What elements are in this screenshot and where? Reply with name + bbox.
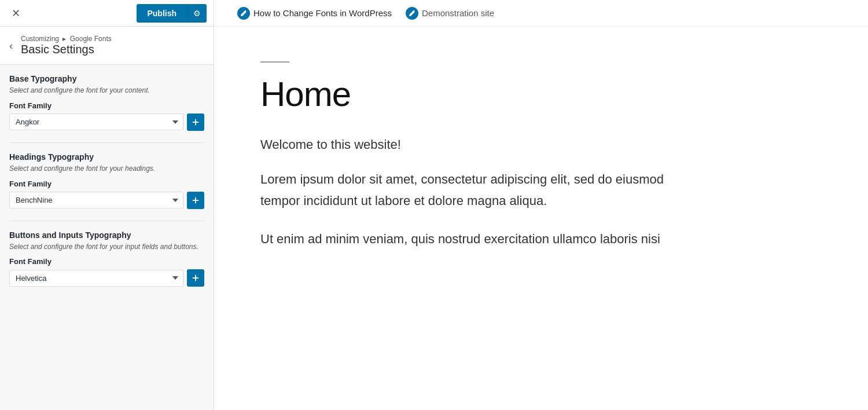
base-typography-title: Base Typography (9, 74, 204, 83)
edit-icon-2 (406, 7, 418, 20)
preview-header: How to Change Fonts in WordPress Demonst… (214, 0, 868, 27)
buttons-inputs-desc: Select and configure the font for your i… (9, 242, 204, 252)
headings-typography-desc: Select and configure the font for your h… (9, 164, 204, 174)
breadcrumb-sep: ▸ (62, 35, 66, 43)
settings-content: Base Typography Select and configure the… (0, 65, 214, 410)
top-bar: ✕ Publish ⚙ (0, 0, 214, 27)
svg-rect-3 (193, 200, 199, 201)
base-font-select[interactable]: Angkor Arial Georgia Helvetica Roboto Op… (9, 114, 183, 130)
sidebar: ✕ Publish ⚙ ‹ Customizing ▸ Google Fonts… (0, 0, 214, 410)
buttons-inputs-section: Buttons and Inputs Typography Select and… (9, 230, 204, 287)
preview-body-text-2: Ut enim ad minim veniam, quis nostrud ex… (260, 228, 689, 250)
buttons-font-plus-button[interactable] (187, 269, 204, 287)
breadcrumb-part1: Customizing (21, 35, 59, 43)
preview-content: Home Welcome to this website! Lorem ipsu… (214, 27, 735, 284)
preview-link-1[interactable]: How to Change Fonts in WordPress (237, 7, 392, 20)
headings-typography-section: Headings Typography Select and configure… (9, 152, 204, 209)
buttons-font-select[interactable]: Helvetica Arial Georgia Roboto Open Sans (9, 270, 183, 287)
publish-area: Publish ⚙ (137, 4, 207, 23)
close-button[interactable]: ✕ (7, 5, 25, 22)
edit-icon-1 (237, 7, 250, 20)
preview-link-2[interactable]: Demonstration site (406, 7, 494, 20)
headings-font-select[interactable]: BenchNine Arial Georgia Helvetica Roboto… (9, 192, 183, 208)
breadcrumb-nav: Customizing ▸ Google Fonts (21, 35, 112, 43)
breadcrumb-area: ‹ Customizing ▸ Google Fonts Basic Setti… (0, 27, 214, 65)
divider-2 (9, 221, 204, 221)
headings-font-plus-button[interactable] (187, 192, 204, 209)
breadcrumb-text: Customizing ▸ Google Fonts Basic Setting… (21, 35, 112, 56)
preview-link-2-label: Demonstration site (422, 8, 494, 18)
settings-button[interactable]: ⚙ (187, 4, 207, 23)
base-typography-desc: Select and configure the font for your c… (9, 86, 204, 96)
preview-home-title: Home (260, 74, 689, 114)
main-preview: How to Change Fonts in WordPress Demonst… (214, 0, 868, 410)
preview-welcome-text: Welcome to this website! (260, 137, 689, 152)
preview-link-1-label: How to Change Fonts in WordPress (253, 8, 392, 18)
headings-font-row: BenchNine Arial Georgia Helvetica Roboto… (9, 192, 204, 209)
breadcrumb-part2: Google Fonts (70, 35, 112, 43)
preview-divider (260, 61, 289, 63)
svg-rect-5 (193, 278, 199, 279)
svg-rect-1 (193, 122, 199, 123)
base-typography-section: Base Typography Select and configure the… (9, 74, 204, 131)
headings-font-family-label: Font Family (9, 180, 204, 188)
base-font-family-label: Font Family (9, 101, 204, 110)
back-button[interactable]: ‹ (6, 41, 16, 51)
publish-button[interactable]: Publish (137, 4, 187, 23)
buttons-inputs-title: Buttons and Inputs Typography (9, 230, 204, 240)
buttons-font-family-label: Font Family (9, 257, 204, 266)
headings-typography-title: Headings Typography (9, 152, 204, 162)
divider-1 (9, 142, 204, 143)
page-title: Basic Settings (21, 43, 112, 56)
base-font-row: Angkor Arial Georgia Helvetica Roboto Op… (9, 114, 204, 131)
base-font-plus-button[interactable] (187, 114, 204, 131)
buttons-font-row: Helvetica Arial Georgia Roboto Open Sans (9, 269, 204, 287)
preview-body-text-1: Lorem ipsum dolor sit amet, consectetur … (260, 169, 689, 212)
